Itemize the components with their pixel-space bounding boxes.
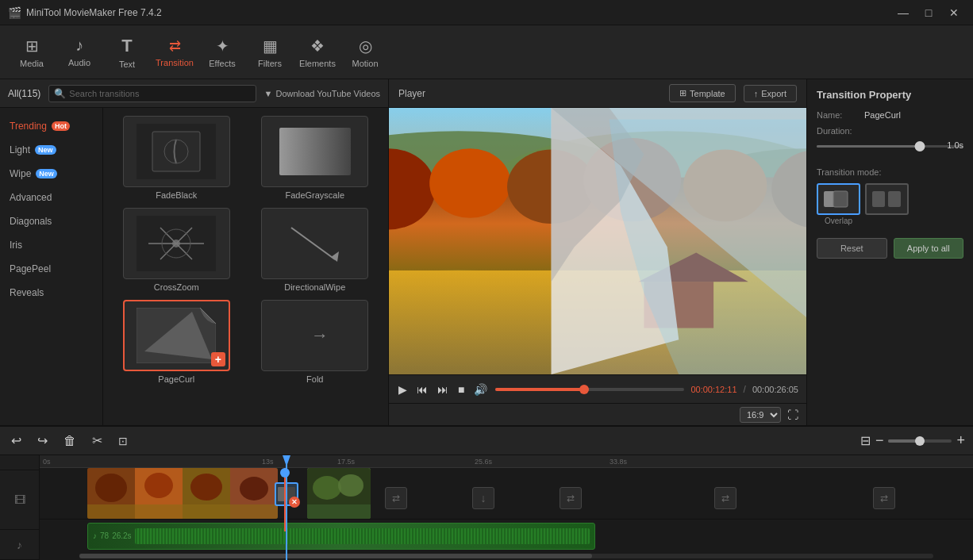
prev-button[interactable]: ⏮ [415, 382, 429, 397]
crosszoom-label: CrossZoom [154, 282, 199, 292]
sequential-mode[interactable] [865, 183, 909, 225]
nav-reveals-label: Reveals [10, 287, 44, 298]
tool-text[interactable]: T Text [103, 29, 151, 76]
bottom-buttons: Reset Apply to all [817, 238, 963, 259]
apply-to-all-button[interactable]: Apply to all [894, 238, 964, 259]
timeline-scrollbar[interactable] [40, 552, 973, 560]
right-panel-title: Transition Property [817, 89, 963, 101]
app-icon: 🎬 [8, 6, 21, 19]
transition-item-fadegrayscale[interactable]: FadeGrayscale [250, 116, 381, 200]
audio-waveform [135, 528, 590, 544]
undo-button[interactable]: ↩ [8, 432, 25, 450]
overlap-mode[interactable]: Overlap [817, 183, 860, 225]
download-icon: ▼ [264, 89, 273, 98]
nav-item-iris[interactable]: Iris [0, 233, 102, 257]
progress-bar[interactable] [495, 388, 684, 391]
scrollbar-track [79, 554, 933, 558]
next-button[interactable]: ⏭ [436, 382, 450, 397]
reset-button[interactable]: Reset [817, 238, 887, 259]
template-button[interactable]: ⊞ Template [669, 84, 736, 102]
transition-slot-6[interactable]: ⇄ [873, 487, 895, 509]
pagecurl-label: PageCurl [158, 374, 194, 384]
total-time: 00:00:26:05 [752, 385, 798, 394]
tool-audio[interactable]: ♪ Audio [56, 29, 103, 76]
progress-fill [495, 388, 584, 391]
remove-transition-button[interactable]: ✕ [289, 497, 300, 508]
video-clip-2[interactable] [307, 468, 371, 519]
volume-button[interactable]: 🔊 [472, 382, 489, 397]
toolbar: ⊞ Media ♪ Audio T Text ⇄ Transition ✦ Ef… [0, 25, 973, 79]
tool-media[interactable]: ⊞ Media [8, 29, 56, 76]
mode-options: Overlap [817, 183, 963, 225]
crop-button[interactable]: ⊡ [115, 433, 131, 449]
transition-item-fadeblack[interactable]: FadeBlack [111, 116, 242, 200]
nav-item-reveals[interactable]: Reveals [0, 281, 102, 305]
search-box[interactable]: 🔍 Search transitions [48, 85, 256, 102]
delete-button[interactable]: 🗑 [60, 432, 79, 450]
tool-effects[interactable]: ✦ Effects [198, 29, 246, 76]
minimize-button[interactable]: — [892, 5, 914, 21]
tool-motion[interactable]: ◎ Motion [341, 29, 389, 76]
scrollbar-thumb [79, 554, 592, 558]
maximize-button[interactable]: □ [917, 5, 940, 21]
transition-arrow-6: ⇄ [880, 493, 888, 504]
audio-icon: ♪ [75, 36, 83, 55]
audio-clip[interactable]: ♪ 78 26.2s [87, 523, 595, 550]
fold-label: Fold [306, 374, 323, 384]
nav-diagonals-label: Diagonals [10, 216, 52, 227]
nav-item-wipe[interactable]: Wipe New [0, 162, 102, 186]
search-icon: 🔍 [54, 88, 66, 99]
svg-point-59 [313, 476, 341, 500]
tool-effects-label: Effects [209, 59, 235, 68]
panel-header: All(115) 🔍 Search transitions ▼ Download… [0, 79, 388, 108]
transition-mode-section: Transition mode: Overlap [817, 167, 963, 225]
tool-elements[interactable]: ❖ Elements [294, 29, 341, 76]
nav-item-advanced[interactable]: Advanced [0, 186, 102, 209]
svg-rect-4 [279, 128, 351, 175]
redo-button[interactable]: ↪ [34, 432, 51, 450]
transition-slot-5[interactable]: ⇄ [714, 487, 736, 509]
export-button[interactable]: ↑ Export [744, 85, 797, 102]
transition-slot-3[interactable]: ↓ [472, 487, 494, 509]
transition-slot-2[interactable]: ⇄ [385, 487, 407, 509]
tool-transition[interactable]: ⇄ Transition [151, 29, 198, 76]
time-separator: / [744, 384, 746, 395]
tool-transition-label: Transition [156, 58, 194, 67]
aspect-ratio-select[interactable]: 16:9 4:3 1:1 [740, 407, 781, 423]
main-area: All(115) 🔍 Search transitions ▼ Download… [0, 79, 973, 425]
tool-filters[interactable]: ▦ Filters [246, 29, 294, 76]
player-video [389, 108, 806, 374]
drag-handle [280, 468, 290, 478]
svg-point-29 [429, 148, 510, 218]
duration-slider[interactable] [817, 145, 963, 158]
transitions-grid: FadeBlack [103, 108, 388, 425]
zoom-slider[interactable] [888, 439, 952, 443]
cut-button[interactable]: ✂ [89, 432, 106, 450]
timeline-content: 0s 13s 17.5s 25.6s 33.8s [40, 455, 973, 560]
close-button[interactable]: ✕ [943, 5, 965, 21]
play-button[interactable]: ▶ [397, 382, 409, 397]
nav-item-light[interactable]: Light New [0, 138, 102, 162]
split-icon[interactable]: ⊟ [860, 433, 871, 448]
transition-item-pagecurl[interactable]: + PageCurl [111, 300, 242, 384]
effects-icon: ✦ [216, 36, 229, 56]
video-clip-1[interactable] [87, 468, 278, 519]
transition-item-fold[interactable]: → Fold [250, 300, 381, 384]
progress-thumb [579, 385, 589, 394]
video-track: ✕ ⇄ ↓ [40, 468, 973, 520]
nav-item-diagonals[interactable]: Diagonals [0, 209, 102, 233]
zoom-in-button[interactable]: + [956, 432, 965, 449]
transition-item-crosszoom[interactable]: CrossZoom [111, 208, 242, 292]
transition-item-directionalwipe[interactable]: DirectionalWipe [250, 208, 381, 292]
transition-slot-4[interactable]: ⇄ [560, 487, 582, 509]
slider-thumb [914, 141, 925, 152]
download-button[interactable]: ▼ Download YouTube Videos [264, 89, 380, 98]
svg-point-60 [338, 474, 363, 497]
nav-item-trending[interactable]: Trending Hot [0, 114, 102, 138]
fullscreen-button[interactable]: ⛶ [787, 408, 798, 421]
all-label[interactable]: All(115) [8, 88, 40, 99]
stop-button[interactable]: ■ [456, 382, 466, 397]
name-row: Name: PageCurl [817, 110, 963, 120]
zoom-out-button[interactable]: − [875, 432, 884, 449]
nav-item-pagepeel[interactable]: PagePeel [0, 257, 102, 281]
